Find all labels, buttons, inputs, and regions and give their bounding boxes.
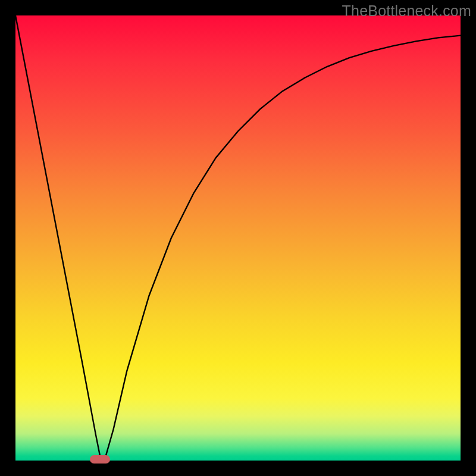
bottleneck-curve — [15, 15, 461, 461]
plot-area — [15, 15, 461, 461]
bottleneck-marker — [90, 455, 110, 464]
chart-root: TheBottleneck.com — [0, 0, 476, 476]
